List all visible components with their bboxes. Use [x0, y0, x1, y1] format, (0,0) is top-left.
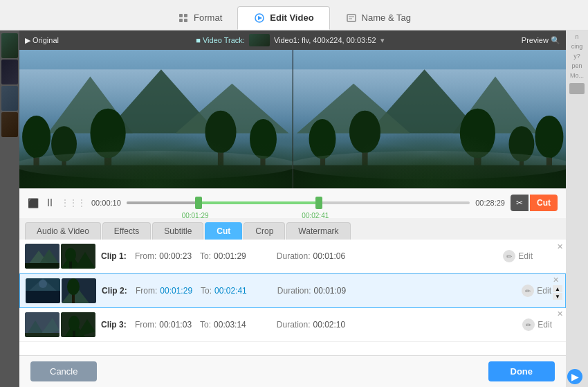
clip-3-actions: ✕ [557, 309, 563, 318]
clip-1-thumb-1 [25, 244, 59, 269]
bottom-bar: Cancle Done [19, 355, 566, 387]
clips-area: Clip 1: From: 00:00:23 To: 00:01:29 Dura… [19, 240, 566, 355]
sub-tab-audio-video-label: Audio & Video [37, 226, 89, 236]
clip-1-edit-button[interactable]: ✏ Edit [503, 250, 533, 262]
clip-2-close[interactable]: ✕ [553, 276, 562, 285]
clip-1-edit-label: Edit [518, 251, 533, 261]
clip-row-3[interactable]: Clip 3: From: 00:01:03 To: 00:03:14 Dura… [19, 308, 566, 342]
tab-name-tag-label: Name & Tag [362, 12, 411, 23]
pencil-icon-3: ✏ [522, 318, 535, 331]
clip-2-from-label: From: [136, 286, 157, 296]
pencil-icon-1: ✏ [503, 250, 515, 262]
svg-rect-37 [362, 137, 367, 188]
sub-tab-subtitle[interactable]: Subtitle [152, 222, 203, 240]
clip-3-edit-button[interactable]: ✏ Edit [522, 318, 552, 331]
clip-2-to-value: 00:02:41 [214, 286, 247, 296]
clip-2-up[interactable]: ▲ [553, 285, 562, 292]
clip-1-from-value: 00:00:23 [159, 251, 192, 261]
original-label-area: ▶ Original [25, 36, 59, 45]
svg-rect-24 [19, 165, 293, 188]
clip-3-to-label: To: [200, 320, 211, 330]
sidebar-thumb-2[interactable] [1, 60, 18, 84]
svg-rect-20 [218, 137, 223, 188]
svg-rect-18 [104, 141, 111, 188]
clip-1-thumb-2 [61, 244, 95, 269]
folder-icon[interactable] [569, 83, 585, 94]
video-panel-left [19, 50, 293, 188]
clip-3-duration-label: Duration: [277, 320, 311, 330]
clip-2-duration-label: Duration: [277, 286, 311, 296]
svg-rect-33 [519, 147, 523, 188]
cut-button-group[interactable]: ✂ Cut [511, 195, 558, 211]
timeline-handle-left[interactable] [195, 197, 202, 209]
volume-icon[interactable]: ⋮⋮⋮ [61, 198, 86, 208]
clip-2-from-value: 00:01:29 [160, 286, 192, 296]
tab-bar: Format Edit Video Name & Tag [0, 0, 588, 30]
pause-icon[interactable]: ⏸ [44, 197, 55, 209]
svg-point-68 [68, 316, 80, 331]
clip-3-thumb-1 [25, 312, 59, 337]
svg-point-17 [51, 126, 77, 161]
clip-2-edit-button[interactable]: ✏ Edit [522, 285, 551, 297]
clip-3-close[interactable]: ✕ [557, 309, 563, 318]
sidebar-thumb-4[interactable] [1, 112, 18, 137]
video-frame-right [293, 50, 567, 188]
time-end: 00:28:29 [475, 199, 505, 207]
sub-tab-cut[interactable]: Cut [205, 222, 242, 240]
timeline-handle-right[interactable] [315, 197, 322, 209]
svg-point-21 [205, 111, 236, 153]
svg-point-25 [19, 151, 293, 179]
video-preview-area [19, 50, 566, 188]
video-track-thumbnail [249, 34, 270, 46]
svg-rect-35 [474, 141, 481, 188]
sub-tab-audio-video[interactable]: Audio & Video [25, 222, 101, 240]
sidebar-thumb-3[interactable] [1, 86, 18, 111]
svg-rect-53 [26, 291, 60, 303]
tab-name-tag[interactable]: Name & Tag [330, 7, 426, 29]
clip-1-close[interactable]: ✕ [557, 242, 563, 251]
clip-1-from-label: From: [135, 251, 156, 261]
stop-icon[interactable]: ⬛ [28, 198, 39, 208]
cancel-button[interactable]: Cancle [30, 361, 97, 381]
clip-1-label: Clip 1: [101, 251, 132, 261]
svg-rect-1 [184, 14, 187, 17]
svg-point-19 [90, 109, 125, 159]
svg-rect-2 [179, 19, 183, 22]
clip-2-info: Clip 2: From: 00:01:29 To: 00:02:41 Dura… [102, 286, 516, 296]
sub-tab-watermark[interactable]: Watermark [286, 222, 350, 240]
clip-1-info: Clip 1: From: 00:00:23 To: 00:01:29 Dura… [101, 251, 497, 261]
sub-tab-subtitle-label: Subtitle [164, 226, 192, 236]
name-tag-icon [345, 12, 358, 24]
clip-row-2[interactable]: Clip 2: From: 00:01:29 To: 00:02:41 Dura… [19, 273, 566, 308]
sub-tab-crop[interactable]: Crop [244, 222, 285, 240]
svg-rect-0 [179, 14, 183, 17]
clip-1-thumbs [25, 244, 95, 269]
sidebar-thumb-1[interactable] [1, 33, 18, 58]
clip-3-from-label: From: [135, 320, 156, 330]
sub-tab-effects[interactable]: Effects [102, 222, 151, 240]
clip-2-down[interactable]: ▼ [553, 293, 562, 300]
tab-edit-video[interactable]: Edit Video [237, 6, 329, 30]
video-track-dropdown-icon[interactable]: ▾ [380, 36, 385, 45]
right-panel-text-cing: cing [567, 43, 587, 50]
scissors-button[interactable]: ✂ [511, 195, 529, 211]
clip-2-thumb-2 [62, 278, 96, 303]
preview-label: Preview 🔍 [522, 36, 560, 45]
center-panel: ▶ Original ■ Video Track: Video1: flv, 4… [19, 30, 566, 387]
scissors-icon: ✂ [516, 198, 523, 208]
clip-row-1[interactable]: Clip 1: From: 00:00:23 To: 00:01:29 Dura… [19, 240, 566, 273]
right-panel-text-open: pen [567, 62, 587, 69]
timeline-area: ⬛ ⏸ ⋮⋮⋮ 00:00:10 00:01:29 00:02:41 [19, 188, 566, 218]
timeline-bar[interactable]: 00:01:29 00:02:41 [127, 196, 470, 210]
done-button[interactable]: Done [488, 361, 555, 381]
preview-label-area[interactable]: Preview 🔍 [522, 36, 560, 45]
pencil-icon-2: ✏ [522, 285, 534, 297]
tab-format[interactable]: Format [162, 7, 237, 29]
clip-2-label: Clip 2: [102, 286, 133, 296]
cut-button[interactable]: Cut [530, 195, 558, 211]
sub-tabs-bar: Audio & Video Effects Subtitle Cut Crop … [19, 218, 566, 240]
sub-tab-cut-label: Cut [217, 226, 230, 236]
tab-format-label: Format [194, 12, 222, 23]
blue-circle-button[interactable]: ▶ [567, 369, 582, 384]
clip-1-duration-value: 00:01:06 [313, 251, 346, 261]
